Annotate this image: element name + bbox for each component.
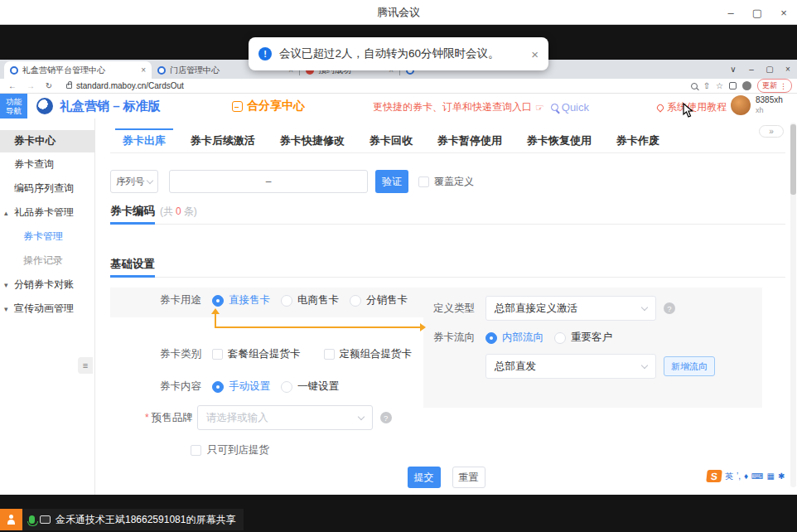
- browser-minimize-button[interactable]: –: [742, 65, 761, 74]
- bookmark-star-icon[interactable]: ☆: [716, 81, 723, 90]
- sidebar-item-label: 宣传动画管理: [14, 302, 74, 316]
- flow-option-internal[interactable]: 内部流向: [485, 331, 543, 345]
- tab-card-void[interactable]: 券卡作废: [604, 128, 672, 152]
- caret-down-icon: ▾: [4, 305, 8, 313]
- sidebar-item-card-query[interactable]: 券卡查询: [0, 152, 94, 177]
- close-button[interactable]: ×: [770, 0, 797, 25]
- browser-close-button[interactable]: ×: [779, 65, 797, 74]
- sidebar-item-card-management[interactable]: 券卡管理: [0, 225, 94, 249]
- tab-card-quick-modify[interactable]: 券卡快捷修改: [268, 128, 357, 152]
- radio-checked-icon[interactable]: [212, 295, 224, 307]
- toast-text: 会议已超过2人，自动转为60分钟限时会议。: [279, 46, 500, 61]
- screen-icon: [40, 515, 51, 524]
- store-only-row[interactable]: 只可到店提货: [191, 443, 269, 457]
- back-icon[interactable]: ←: [7, 81, 18, 90]
- usage-option-distribution-sale[interactable]: 分销售卡: [350, 293, 408, 307]
- radio-checked-icon[interactable]: [212, 381, 224, 393]
- page-scrollbar-thumb[interactable]: [790, 124, 796, 195]
- collapse-panel-button[interactable]: »: [759, 125, 784, 138]
- share-icon[interactable]: ⇧: [703, 81, 710, 90]
- checkbox-icon[interactable]: [324, 349, 335, 360]
- submit-button[interactable]: 提交: [408, 467, 441, 488]
- browser-tab-1[interactable]: 礼盒营销平台管理中心 ×: [4, 61, 152, 79]
- quick-entry[interactable]: 更快捷的券卡、订单和快递查询入口 ☞ Quick: [373, 100, 589, 114]
- help-icon[interactable]: ?: [380, 412, 392, 423]
- tab-card-outbound[interactable]: 券卡出库: [110, 128, 178, 152]
- share-center-link[interactable]: 合分享中心: [232, 99, 305, 114]
- codes-count-number: 0: [176, 206, 181, 217]
- refresh-icon[interactable]: ↻: [43, 81, 55, 90]
- browser-restore-button[interactable]: ▢: [761, 65, 779, 74]
- add-flow-button[interactable]: 新增流向: [664, 356, 715, 376]
- ime-settings-gear-icon[interactable]: ✱: [778, 472, 785, 481]
- flow-option-important-customer[interactable]: 重要客户: [554, 331, 612, 345]
- tab-search-icon[interactable]: ∨: [724, 65, 742, 74]
- tutorial-link[interactable]: 系统使用教程: [657, 100, 727, 114]
- help-icon[interactable]: ?: [664, 302, 675, 314]
- tab-card-followup-activate[interactable]: 券卡后续激活: [178, 128, 268, 152]
- update-button[interactable]: 更新 ⋮: [757, 79, 792, 93]
- serial-range-input[interactable]: –: [169, 170, 368, 193]
- toast-close-icon[interactable]: ×: [531, 47, 539, 61]
- checkbox-icon[interactable]: [212, 349, 223, 360]
- tab-close-icon[interactable]: ×: [141, 65, 146, 75]
- tab-card-recycle[interactable]: 券卡回收: [357, 128, 425, 152]
- radio-icon[interactable]: [281, 295, 292, 307]
- radio-checked-icon[interactable]: [485, 332, 497, 344]
- override-checkbox[interactable]: [418, 177, 429, 187]
- url-text[interactable]: standard.maboy.cn/CardsOut: [76, 81, 184, 90]
- radio-icon[interactable]: [350, 295, 361, 307]
- checkbox-icon[interactable]: [191, 445, 201, 456]
- ime-language-icon[interactable]: 英: [725, 472, 733, 481]
- radio-icon[interactable]: [281, 381, 292, 393]
- sidebar-item-code-sequence-query[interactable]: 编码序列查询: [0, 177, 94, 201]
- usage-option-ecommerce-sale[interactable]: 电商售卡: [281, 293, 339, 307]
- tab-favicon: [10, 66, 18, 75]
- share-label: 金禾通技术王斌18662591081的屏幕共享: [22, 509, 244, 530]
- verify-button[interactable]: 验证: [375, 170, 408, 193]
- category-option-package-combo[interactable]: 套餐组合提货卡: [212, 347, 301, 361]
- usage-option-direct-sale[interactable]: 直接售卡: [212, 293, 270, 307]
- ime-microphone-icon[interactable]: ♦: [744, 472, 748, 481]
- sidebar-item-operation-log[interactable]: 操作记录: [0, 249, 94, 273]
- forward-icon[interactable]: →: [25, 81, 36, 90]
- radio-icon[interactable]: [554, 332, 566, 344]
- extensions-icon[interactable]: [729, 82, 737, 89]
- tab-card-suspend[interactable]: 券卡暂停使用: [425, 128, 514, 152]
- ime-skin-icon[interactable]: ▦: [767, 472, 775, 481]
- ime-punctuation-icon[interactable]: ’,: [737, 472, 741, 481]
- sidebar-item-distribution-reconcile[interactable]: ▾ 分销券卡对账: [0, 273, 94, 297]
- codes-count-prefix: (共: [160, 206, 173, 217]
- ime-keyboard-icon[interactable]: ⌨: [751, 472, 763, 481]
- serial-field-select[interactable]: 序列号: [110, 170, 158, 193]
- override-definition-checkbox-row[interactable]: 覆盖定义: [418, 175, 474, 189]
- definition-type-select[interactable]: 总部直接定义激活: [485, 296, 656, 321]
- presale-brand-select[interactable]: 请选择或输入: [197, 405, 373, 430]
- sidebar-collapse-handle[interactable]: ≡: [78, 357, 93, 374]
- zoom-icon[interactable]: [691, 83, 698, 89]
- tab-card-restore[interactable]: 券卡恢复使用: [514, 128, 604, 152]
- content-option-onekey[interactable]: 一键设置: [281, 380, 339, 394]
- option-label: 直接售卡: [229, 293, 270, 307]
- divider: [110, 277, 785, 278]
- user-account[interactable]: 8385xh xh: [731, 95, 783, 115]
- minimize-button[interactable]: –: [717, 0, 744, 25]
- profile-avatar-icon[interactable]: [742, 81, 751, 90]
- flow-select-row: 总部直发 新增流向: [485, 354, 715, 379]
- maximize-button[interactable]: ▢: [744, 0, 770, 25]
- category-option-fixed-combo[interactable]: 定额组合提货卡: [324, 347, 413, 361]
- option-label: 重要客户: [571, 331, 612, 345]
- sidebar-item-gift-card-management[interactable]: ▴ 礼品券卡管理: [0, 201, 94, 225]
- sogou-logo-icon[interactable]: S: [706, 470, 722, 482]
- card-action-tabs: 券卡出库 券卡后续激活 券卡快捷修改 券卡回收 券卡暂停使用 券卡恢复使用 券卡…: [110, 128, 785, 153]
- function-nav-button[interactable]: 功能 导航: [0, 94, 27, 118]
- option-label: 一键设置: [297, 380, 339, 394]
- sidebar-item-animation-management[interactable]: ▾ 宣传动画管理: [0, 297, 94, 321]
- reset-button[interactable]: 重置: [452, 467, 485, 488]
- flow-select[interactable]: 总部直发: [485, 354, 656, 379]
- card-usage-row: 券卡用途 直接售卡 电商售卡 分销售卡: [156, 293, 408, 307]
- sogou-ime-toolbar[interactable]: S 英 ’, ♦ ⌨ ▦ ✱: [707, 470, 785, 482]
- store-only-label: 只可到店提货: [207, 443, 269, 457]
- form-footer: 提交 重置: [95, 467, 797, 488]
- content-option-manual[interactable]: 手动设置: [212, 380, 270, 394]
